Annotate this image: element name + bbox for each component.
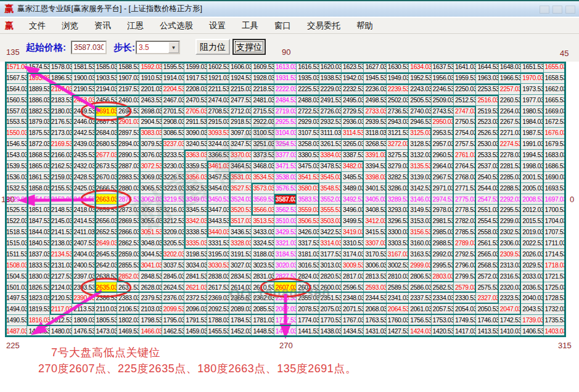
- grid-cell: 1592.03: [139, 62, 162, 73]
- grid-cell: 2775.03: [454, 194, 476, 205]
- grid-cell: 2026.03: [521, 249, 543, 260]
- grid-cell: 1532.53: [5, 183, 27, 194]
- grid-cell: 1620.03: [319, 62, 342, 73]
- grid-cell: 1508.03: [5, 260, 27, 271]
- grid-cell: 2327.03: [476, 293, 498, 304]
- grid-cell: 2435.53: [72, 150, 94, 161]
- grid-cell: 2299.03: [499, 216, 521, 227]
- grid-cell: 2985.03: [432, 227, 454, 238]
- grid-cell: 2313.03: [499, 260, 521, 271]
- close-button[interactable]: [565, 6, 575, 14]
- grid-cell: 2953.53: [432, 128, 454, 139]
- menu-item-window[interactable]: 窗口: [266, 20, 299, 31]
- grid-cell: 3478.53: [319, 161, 342, 172]
- grid-cell: 2719.03: [274, 106, 297, 117]
- grid-cell: 3174.03: [342, 249, 364, 260]
- grid-cell: 1816.03: [27, 315, 49, 326]
- grid-cell: 1980.53: [521, 106, 543, 117]
- menu-item-gann[interactable]: 江恩: [119, 20, 152, 31]
- grid-cell: 2908.03: [162, 116, 184, 128]
- grid-cell: 2127.53: [50, 271, 72, 282]
- grid-cell: 3356.03: [184, 172, 207, 183]
- menu-item-tools[interactable]: 工具: [234, 20, 266, 31]
- grid-cell: 1928.03: [252, 73, 274, 84]
- grid-cell: 3170.53: [364, 249, 386, 260]
- grid-cell: 3387.53: [342, 150, 364, 161]
- menu-item-news[interactable]: 资讯: [86, 20, 119, 31]
- grid-cell: 3338.53: [184, 227, 207, 238]
- grid-cell: 3258.03: [297, 139, 319, 150]
- grid-cell: 2554.53: [476, 216, 498, 227]
- grid-cell: 1543.03: [5, 150, 27, 161]
- step-combobox[interactable]: 3.5 ▼: [136, 41, 180, 54]
- grid-cell: 3541.53: [297, 172, 319, 183]
- menu-item-formula-stock-pick[interactable]: 公式选股: [152, 20, 201, 31]
- grid-cell: 2481.03: [252, 95, 274, 106]
- grid-cell: 3230.03: [162, 161, 184, 172]
- grid-cell: 1581.53: [72, 62, 94, 73]
- grid-cell: 2407.53: [72, 238, 94, 249]
- grid-cell: 3128.53: [409, 139, 431, 150]
- grid-cell: 1910.53: [139, 73, 162, 84]
- grid-cell: 2533.53: [476, 150, 498, 161]
- window-title: 赢家江恩专业版[赢家服务平台] - [上证指数价格正方形]: [17, 4, 202, 14]
- grid-cell: 2190.53: [72, 84, 94, 95]
- grid-cell: 1861.53: [27, 172, 49, 183]
- grid-cell: 3272.03: [387, 139, 409, 150]
- grid-cell: 2348.03: [342, 293, 364, 304]
- grid-cell: 2400.53: [72, 260, 94, 271]
- grid-cell: 2729.53: [342, 106, 364, 117]
- grid-cell: 3034.03: [184, 260, 207, 271]
- grid-cell: 3324.53: [252, 238, 274, 249]
- grid-cell: 3093.53: [207, 128, 229, 139]
- grid-cell: 3580.03: [297, 183, 319, 194]
- grid-cell: 1445.03: [274, 326, 297, 337]
- menu-item-trade[interactable]: 交易委托: [299, 20, 348, 31]
- grid-cell: 3111.03: [319, 128, 342, 139]
- grid-cell: 2589.53: [387, 282, 409, 293]
- grid-cell: 2274.53: [499, 139, 521, 150]
- grid-cell: 1791.53: [184, 315, 207, 326]
- grid-cell: 2411.03: [72, 227, 94, 238]
- start-price-input[interactable]: [71, 41, 107, 54]
- grid-cell: 2512.53: [454, 95, 476, 106]
- grid-cell: 1539.53: [5, 161, 27, 172]
- grid-cell: 1627.03: [364, 62, 386, 73]
- grid-cell: 3527.53: [229, 183, 252, 194]
- grid-cell: 2922.03: [252, 116, 274, 128]
- grid-cell: 3506.53: [297, 216, 319, 227]
- grid-cell: 1725.03: [544, 282, 566, 293]
- grid-cell: 1903.53: [95, 73, 117, 84]
- grid-cell: 3048.03: [139, 238, 162, 249]
- grid-cell: 3013.03: [319, 260, 342, 271]
- menu-item-settings[interactable]: 设置: [201, 20, 234, 31]
- resistance-button[interactable]: 阻力位: [195, 39, 230, 55]
- grid-cell: 2418.03: [72, 205, 94, 216]
- support-button[interactable]: 支撑位: [232, 39, 266, 55]
- grid-cell: 1987.53: [521, 128, 543, 139]
- grid-cell: 2768.03: [454, 172, 476, 183]
- grid-cell: 2365.53: [229, 293, 252, 304]
- menu-item-browse[interactable]: 浏览: [54, 20, 86, 31]
- menu-item-file[interactable]: 文件: [21, 20, 54, 31]
- grid-cell: 1438.03: [319, 326, 342, 337]
- menu-item-help[interactable]: 帮助: [348, 20, 381, 31]
- grid-cell: 2866.03: [117, 227, 139, 238]
- chevron-down-icon[interactable]: ▼: [168, 42, 179, 53]
- grid-cell: 2089.03: [229, 304, 252, 315]
- grid-cell: 2792.53: [454, 249, 476, 260]
- maximize-button[interactable]: [552, 6, 562, 14]
- grid-cell: 1868.53: [27, 150, 49, 161]
- grid-cell: 2936.03: [342, 116, 364, 128]
- grid-cell: 2624.53: [162, 282, 184, 293]
- grid-cell: 2267.53: [499, 116, 521, 128]
- grid-cell: 2071.53: [342, 304, 364, 315]
- start-price-label: 起始价格:: [26, 42, 66, 54]
- grid-cell: 3331.53: [207, 238, 229, 249]
- grid-cell: 1588.53: [117, 62, 139, 73]
- grid-cell: 3485.53: [342, 172, 364, 183]
- grid-cell: 2229.03: [319, 84, 342, 95]
- minimize-button[interactable]: [540, 6, 549, 14]
- grid-cell: 1690.03: [544, 172, 566, 183]
- grid-cell: 2477.53: [229, 95, 252, 106]
